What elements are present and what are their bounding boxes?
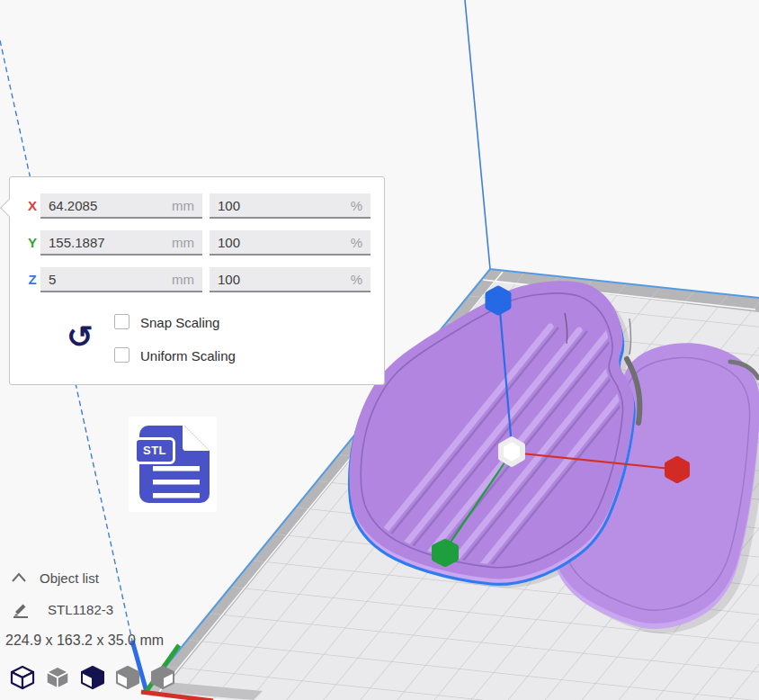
scale-handle-x[interactable] [667, 459, 687, 480]
view-front-button[interactable] [44, 665, 71, 690]
scale-x-percent-input[interactable] [210, 193, 371, 217]
cube-left-view-icon [114, 665, 141, 690]
view-preset-toolbar [9, 665, 176, 690]
object-list-title: Object list [40, 570, 99, 586]
axis-z-label: Z [25, 272, 40, 287]
chevron-up-icon [11, 572, 27, 583]
scale-tool-panel: X mm % Y mm % Z mm % ↺ [9, 176, 385, 385]
cube-3d-view-icon [9, 665, 36, 690]
cube-right-view-icon [149, 665, 176, 690]
uniform-scaling-label: Uniform Scaling [140, 348, 236, 363]
model-dimensions-label: 224.9 x 163.2 x 35.0 mm [5, 633, 164, 649]
scale-handle-z[interactable] [488, 289, 508, 312]
scale-x-mm-input[interactable] [40, 193, 202, 217]
snap-scaling-checkbox[interactable] [114, 314, 129, 329]
scale-handle-y[interactable] [434, 542, 456, 564]
snap-scaling-label: Snap Scaling [140, 315, 219, 330]
scale-z-percent-input[interactable] [210, 267, 371, 291]
scale-y-percent-input[interactable] [210, 230, 371, 254]
uniform-scaling-checkbox[interactable] [114, 347, 129, 363]
stl-document-icon [129, 417, 217, 512]
axis-y-label: Y [25, 235, 40, 250]
view-right-side-button[interactable] [149, 665, 176, 690]
reset-scale-button[interactable]: ↺ [60, 317, 100, 356]
axis-x-label: X [25, 198, 40, 213]
reset-icon: ↺ [59, 319, 101, 354]
scale-handle-center[interactable] [501, 439, 522, 464]
scale-z-mm-input[interactable] [40, 267, 202, 291]
scale-row-z: Z mm % [10, 267, 384, 292]
stl-file-thumbnail: STL [129, 417, 217, 512]
cube-front-view-icon [44, 665, 71, 690]
view-top-button[interactable] [79, 665, 106, 690]
object-list-item[interactable]: STL1182-3 [48, 602, 113, 617]
view-left-side-button[interactable] [114, 665, 141, 690]
view-3d-button[interactable] [9, 665, 36, 690]
scale-row-x: X mm % [10, 193, 384, 219]
stl-badge-label: STL [134, 437, 175, 464]
pencil-icon [12, 601, 30, 619]
scale-y-mm-input[interactable] [40, 230, 202, 254]
cube-top-view-icon [79, 665, 106, 690]
scale-row-y: Y mm % [10, 230, 384, 256]
